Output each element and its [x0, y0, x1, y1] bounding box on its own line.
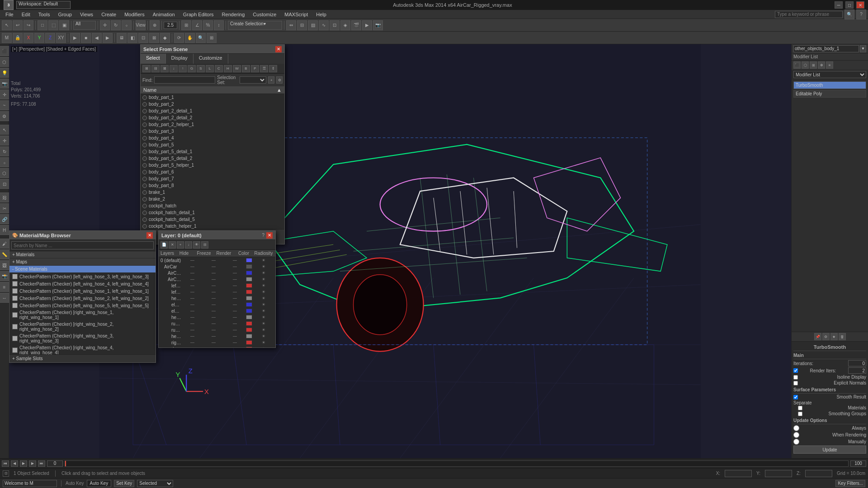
object-name-dropdown-btn[interactable]: ▼ — [860, 45, 866, 52]
ref-coord[interactable]: View — [136, 20, 146, 30]
nonuniform-scale[interactable]: ⬡ — [0, 168, 9, 178]
selection-set-dropdown[interactable] — [240, 76, 267, 84]
menu-edit[interactable]: Edit — [18, 11, 34, 18]
filter-lights[interactable]: L — [206, 65, 214, 72]
selected-dropdown[interactable]: Selected — [137, 480, 173, 487]
mat-item-3[interactable]: CheckerPattern (Checker) [left_wing_hose… — [9, 295, 156, 302]
mat-items-list[interactable]: CheckerPattern (Checker) [left_wing_hose… — [9, 273, 156, 354]
select-child-btn[interactable]: ↓ — [170, 65, 178, 72]
filter-bones[interactable]: B — [242, 65, 250, 72]
mat-item-2[interactable]: CheckerPattern (Checker) [left_wing_hose… — [9, 287, 156, 295]
link-tool[interactable]: ⛓ — [0, 192, 9, 202]
pivot-btn[interactable]: ⊕ — [150, 20, 160, 30]
render-frame-btn[interactable]: 📷 — [373, 20, 383, 30]
vp-shade[interactable]: ◧ — [127, 33, 137, 43]
stop-anim[interactable]: ■ — [81, 33, 91, 43]
next-key-btn[interactable]: ▶ — [29, 460, 36, 467]
search-icon[interactable]: 🔍 — [844, 9, 854, 19]
end-frame-input[interactable] — [850, 460, 866, 467]
undo-btn[interactable]: ↩ — [13, 20, 23, 30]
mat-item-4[interactable]: CheckerPattern (Checker) [left_wing_hose… — [9, 302, 156, 309]
snap-pct-input[interactable] — [164, 22, 177, 29]
dialog-close-select[interactable]: ✕ — [275, 46, 282, 52]
menu-animation[interactable]: Animation — [149, 11, 179, 18]
layer-manager-btn[interactable]: ▤ — [308, 20, 318, 30]
tab-customize[interactable]: Customize — [193, 54, 228, 64]
select-tool[interactable]: ↖ — [2, 20, 12, 30]
smooth-result-check[interactable] — [793, 395, 798, 399]
scene-item-body_part_5_detail_2[interactable]: body_part_5_detail_2 — [141, 155, 284, 162]
scale-tool[interactable]: ⬦ — [0, 157, 9, 167]
modifier-list-dropdown[interactable]: Modifier List — [793, 71, 866, 78]
stack-make-unique-btn[interactable]: ★ — [830, 333, 838, 340]
layer-item-3[interactable]: AirCar_helpers — — — ☀ — [159, 276, 275, 282]
when-rendering-radio[interactable] — [793, 432, 799, 438]
key-filters-btn[interactable]: Key Filters... — [835, 480, 865, 487]
current-frame-input[interactable] — [47, 460, 63, 467]
scene-item-body_part_5_detail_1[interactable]: body_part_5_detail_1 — [141, 148, 284, 155]
auto-key-btn[interactable]: Auto Key — [87, 480, 112, 487]
scene-item-body_part_4[interactable]: body_part_4 — [141, 135, 284, 141]
tab-display[interactable]: Display — [166, 54, 193, 64]
filter-cameras[interactable]: C — [215, 65, 223, 72]
z-coord-input[interactable] — [805, 470, 832, 477]
layer-new-btn[interactable]: 📄 — [160, 241, 168, 249]
scene-item-body_part_2_helper_1[interactable]: body_part_2_helper_1 — [141, 121, 284, 128]
create-lights[interactable]: 💡 — [0, 68, 9, 78]
vp-clay[interactable]: ◆ — [160, 33, 170, 43]
bind-space[interactable]: 🔗 — [0, 214, 9, 224]
scene-item-body_part_6[interactable]: body_part_6 — [141, 169, 284, 175]
workspace-dropdown[interactable]: Workspace: Default — [16, 1, 71, 9]
scene-item-cockpit_hatch_helper_1[interactable]: cockpit_hatch_helper_1 — [141, 223, 284, 230]
layer-item-11[interactable]: rudder_helper_2 — — — ☀ — [159, 327, 275, 333]
create-spacewarp[interactable]: ~ — [0, 100, 9, 110]
stack-configure-btn[interactable]: ⚙ — [822, 333, 830, 340]
layer-item-0[interactable]: 0 (default) — — — ☀ — [159, 257, 275, 263]
materials-check[interactable] — [798, 406, 802, 410]
play-btn[interactable]: ▶ — [20, 460, 27, 467]
render-active[interactable]: 🖥 — [117, 33, 127, 43]
squash-tool[interactable]: ⊡ — [0, 179, 9, 189]
menu-maxscript[interactable]: MAXScript — [281, 11, 311, 18]
menu-create[interactable]: Create — [98, 11, 120, 18]
scene-item-cockpit_hatch[interactable]: cockpit_hatch — [141, 202, 284, 209]
constraint-xy[interactable]: XY — [56, 33, 66, 43]
render-iters-check[interactable] — [793, 368, 798, 373]
layer-item-9[interactable]: helper_7 — — — ☀ — [159, 314, 275, 320]
smoothing-groups-check[interactable] — [798, 412, 802, 416]
mod-icon-2[interactable]: ⬡ — [802, 61, 809, 69]
filter-shapes[interactable]: S — [197, 65, 205, 72]
help-search[interactable] — [775, 11, 843, 18]
welcome-input[interactable] — [3, 480, 57, 487]
layer-item-14[interactable]: right_aileron_hel — — — ☀ — [159, 346, 275, 347]
snapshot[interactable]: 📸 — [0, 271, 9, 281]
scene-item-body_part_3[interactable]: body_part_3 — [141, 128, 284, 135]
create-camera[interactable]: 📷 — [0, 79, 9, 89]
select-parent-btn[interactable]: ↑ — [179, 65, 187, 72]
snap-toggle[interactable]: ⊞ — [181, 20, 191, 30]
help-icon[interactable]: ? — [856, 9, 866, 19]
update-button[interactable]: Update — [793, 446, 866, 454]
dialog-titlebar-select[interactable]: Select From Scene ✕ — [141, 45, 284, 54]
close-button[interactable]: ✕ — [856, 1, 864, 9]
menu-graph-editors[interactable]: Graph Editors — [179, 11, 217, 18]
go-start-btn[interactable]: ⏮ — [2, 460, 9, 467]
menu-modifiers[interactable]: Modifiers — [121, 11, 148, 18]
mod-icon-3[interactable]: ⊞ — [810, 61, 817, 69]
layer-sel-in-btn[interactable]: ↓ — [185, 241, 192, 249]
mat-item-1[interactable]: CheckerPattern (Checker) [left_wing_hose… — [9, 280, 156, 287]
object-name-input[interactable]: other_objects_body_1 — [793, 45, 859, 52]
angle-snap[interactable]: ∠ — [192, 20, 202, 30]
find-input[interactable] — [154, 76, 215, 84]
filter-helpers[interactable]: H — [224, 65, 232, 72]
menu-customize[interactable]: Customize — [249, 11, 280, 18]
options-btn[interactable]: ⚙ — [276, 76, 283, 84]
mat-section-scene[interactable]: - Scene Materials — [9, 266, 156, 273]
curve-editor-btn[interactable]: ∿ — [319, 20, 329, 30]
vp-wire[interactable]: ⊠ — [149, 33, 159, 43]
scene-item-body_part_8[interactable]: body_part_8 — [141, 182, 284, 189]
layer-show-sel-btn[interactable]: 👁 — [193, 241, 200, 249]
layer-help-btn[interactable]: ? — [262, 233, 264, 238]
sample-slots-label[interactable]: + Sample Slots — [12, 356, 43, 361]
layer-list[interactable]: 0 (default) — — — ☀ AirCar — — — ☀ AirCa… — [159, 257, 275, 347]
